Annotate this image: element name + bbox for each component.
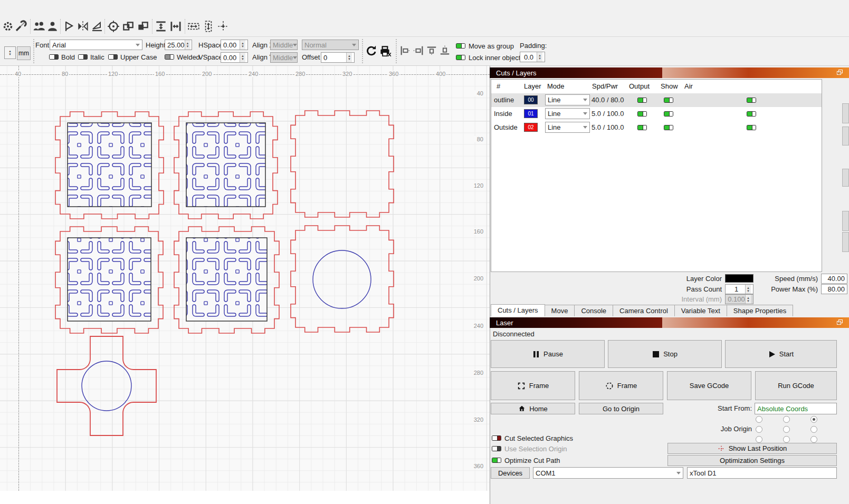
maze-panel-4-maze[interactable] xyxy=(186,238,267,321)
device-name-field[interactable]: xTool D1 xyxy=(687,467,837,479)
align-top-icon[interactable] xyxy=(425,44,438,57)
use-selection-origin-toggle[interactable] xyxy=(492,446,501,451)
layer-color-chip[interactable]: 02 xyxy=(524,123,538,132)
distribute-horizontal-icon[interactable] xyxy=(168,19,183,34)
distribute-vertical-icon[interactable] xyxy=(154,19,168,34)
layer-color-chip[interactable]: 01 xyxy=(524,109,538,118)
layer-toggle[interactable] xyxy=(637,125,647,130)
settings-gear-icon[interactable] xyxy=(1,19,15,34)
float-panel-icon[interactable] xyxy=(837,70,843,75)
layer-mode-combo[interactable]: Line xyxy=(545,94,590,105)
left-stepper[interactable]: ▲▼ xyxy=(4,46,16,59)
devices-button[interactable]: Devices xyxy=(491,467,530,479)
layer-toggle[interactable] xyxy=(637,111,647,117)
tab-cuts-layers[interactable]: Cuts / Layers xyxy=(491,304,545,316)
padding-spin[interactable]: 0.0▲▼ xyxy=(520,52,545,62)
cut-selected-toggle[interactable] xyxy=(492,435,501,441)
job-origin-radio-8[interactable] xyxy=(810,436,817,443)
height-spin[interactable]: 25.00▲▼ xyxy=(165,40,192,50)
port-combo[interactable]: COM1 xyxy=(533,467,683,479)
maze-panel-2-maze[interactable] xyxy=(186,123,265,207)
tab-console[interactable]: Console xyxy=(574,305,613,316)
laser-header[interactable]: Laser xyxy=(490,317,849,328)
layer-toggle[interactable] xyxy=(747,98,756,103)
aligny-combo[interactable]: Middle xyxy=(270,52,298,63)
save-gcode-button[interactable]: Save GCode xyxy=(667,371,751,400)
offset-spin[interactable]: 0▲▼ xyxy=(321,52,355,63)
layer-toggle[interactable] xyxy=(664,111,673,117)
layer-mode-combo[interactable]: Line xyxy=(545,108,590,119)
tools-wrench-icon[interactable] xyxy=(14,19,27,34)
move-as-group-toggle[interactable] xyxy=(456,43,465,49)
align-left-icon[interactable] xyxy=(399,44,412,57)
users-icon[interactable] xyxy=(32,19,46,34)
maze-panel-1-maze[interactable] xyxy=(68,123,151,207)
job-origin-grid[interactable] xyxy=(756,416,820,443)
job-origin-radio-0[interactable] xyxy=(756,416,762,423)
layer-mode-combo[interactable]: Line xyxy=(545,122,590,133)
boolean-union-icon[interactable] xyxy=(121,19,136,34)
layer-row-outside[interactable]: Outside02Line5.0 / 100.0 xyxy=(491,121,822,134)
nudge-icon[interactable] xyxy=(216,19,231,34)
home-button[interactable]: Home xyxy=(491,403,575,414)
welded-toggle[interactable] xyxy=(165,54,174,60)
cross-with-circle-outline[interactable] xyxy=(57,336,156,435)
cross-with-circle-circle[interactable] xyxy=(82,361,131,411)
layer-toggle[interactable] xyxy=(747,111,756,117)
layer-row-outline[interactable]: outline00Line40.0 / 80.0 xyxy=(491,93,822,107)
job-origin-radio-3[interactable] xyxy=(756,426,762,433)
bold-toggle[interactable] xyxy=(49,54,59,60)
lock-inner-objects-toggle[interactable] xyxy=(456,55,465,60)
units-mm-button[interactable]: mm xyxy=(17,46,31,60)
boolean-subtract-icon[interactable] xyxy=(136,19,150,34)
hspace-spin[interactable]: 0.00▲▼ xyxy=(221,40,248,50)
frame-square-button[interactable]: Frame xyxy=(491,371,575,400)
optimization-settings-button[interactable]: Optimization Settings xyxy=(667,455,837,466)
panel-with-circle-circle[interactable] xyxy=(313,250,371,308)
layer-toggle[interactable] xyxy=(664,98,673,103)
speed-field[interactable]: 40.00 xyxy=(821,274,847,284)
start-from-combo[interactable]: Absolute Coords xyxy=(755,403,837,414)
arrange-flag-icon[interactable] xyxy=(62,19,75,34)
text-style-combo[interactable]: Normal xyxy=(302,40,359,50)
maze-panel-3-maze[interactable] xyxy=(68,238,151,321)
layer-color-chip[interactable]: 00 xyxy=(524,95,538,104)
tab-move[interactable]: Move xyxy=(545,305,575,316)
align-bottom-icon[interactable] xyxy=(438,44,451,57)
italic-toggle[interactable] xyxy=(78,54,88,60)
power-max-field[interactable]: 80.00 xyxy=(821,284,847,294)
panel-with-circle-outline[interactable] xyxy=(291,226,394,332)
shear-icon[interactable] xyxy=(90,19,104,34)
optimize-cut-path-toggle[interactable] xyxy=(492,458,501,463)
job-origin-radio-5[interactable] xyxy=(810,426,817,433)
job-origin-radio-2[interactable] xyxy=(810,416,817,423)
start-button[interactable]: Start xyxy=(725,340,837,368)
cuts-layers-header[interactable]: Cuts / Layers xyxy=(490,67,849,78)
layer-toggle[interactable] xyxy=(664,125,673,130)
float-panel-icon[interactable] xyxy=(837,319,843,325)
layer-list[interactable]: #LayerModeSpd/PwrOutputShowAir outline00… xyxy=(491,79,822,272)
align-right-icon[interactable] xyxy=(412,44,425,57)
font-combo[interactable]: Arial xyxy=(50,40,142,50)
mirror-horizontal-icon[interactable] xyxy=(75,19,90,34)
goto-origin-button[interactable]: Go to Origin xyxy=(579,403,663,414)
tab-shape-properties[interactable]: Shape Properties xyxy=(727,305,793,316)
refresh-icon[interactable] xyxy=(364,44,379,59)
interval-spin[interactable]: 0.100▲▼ xyxy=(725,294,753,304)
vspace-spin[interactable]: 0.00▲▼ xyxy=(221,52,248,63)
job-origin-radio-1[interactable] xyxy=(783,416,790,423)
show-last-position-button[interactable]: Show Last Position xyxy=(667,443,837,454)
blank-panel-outline[interactable] xyxy=(291,111,394,217)
uppercase-toggle[interactable] xyxy=(108,54,118,60)
job-origin-radio-6[interactable] xyxy=(756,436,762,443)
stop-button[interactable]: Stop xyxy=(608,340,722,368)
pause-button[interactable]: Pause xyxy=(491,340,605,368)
job-origin-radio-7[interactable] xyxy=(783,436,790,443)
job-origin-radio-4[interactable] xyxy=(783,426,790,433)
user-icon[interactable] xyxy=(45,19,59,34)
design-canvas[interactable]: 4080120160200240280320360400 40801201602… xyxy=(0,66,490,491)
resize-width-icon[interactable] xyxy=(186,19,201,34)
focus-target-icon[interactable] xyxy=(106,19,121,34)
layer-row-inside[interactable]: Inside01Line5.0 / 100.0 xyxy=(491,107,822,121)
run-gcode-button[interactable]: Run GCode xyxy=(755,371,837,400)
